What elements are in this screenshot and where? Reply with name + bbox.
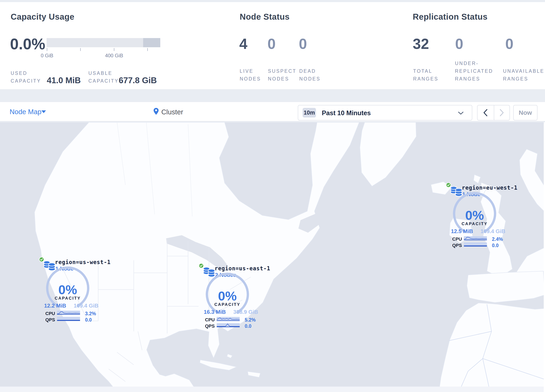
- region-marker-us-west-1[interactable]: region=us-west-1 1 Node 0% CAPACITY 12.2…: [39, 257, 104, 324]
- cpu-sparkline: [57, 311, 80, 315]
- capacity-total-value: 169.4 GiB: [70, 303, 99, 309]
- axis-tick: [147, 48, 148, 51]
- capacity-bar: [47, 38, 160, 47]
- usable-capacity-label: USABLE CAPACITY: [88, 69, 119, 85]
- map-right-edge: [544, 122, 545, 392]
- time-step-next-button[interactable]: [494, 105, 509, 120]
- node-status-title: Node Status: [240, 12, 290, 22]
- replication-status-panel: Replication Status 32 0 0 TOTAL RANGES U…: [403, 2, 545, 89]
- capacity-total-value: 338.9 GiB: [230, 309, 258, 315]
- cpu-value: 2.4%: [492, 236, 503, 242]
- breadcrumb-label: Cluster: [161, 108, 183, 116]
- view-selector-dropdown[interactable]: Node Map: [10, 107, 51, 117]
- qps-sparkline: [464, 242, 487, 247]
- qps-sparkline: [57, 317, 80, 321]
- under-replicated-ranges-count: 0: [455, 36, 463, 52]
- capacity-gauge-percent: 0%: [211, 288, 244, 303]
- capacity-gauge-percent: 0%: [51, 282, 84, 297]
- capacity-gauge-label: CAPACITY: [47, 296, 89, 301]
- qps-value: 0.0: [85, 317, 92, 323]
- cpu-label: CPU: [452, 236, 462, 242]
- qps-value: 0.0: [245, 324, 251, 329]
- region-marker-us-east-1[interactable]: region=us-east-1 2 Nodes 0% CAPACITY 16.…: [199, 263, 264, 330]
- suspect-nodes-label: SUSPECT NODES: [268, 67, 297, 83]
- landmass-iberia: [467, 271, 545, 303]
- node-status-panel: Node Status 4 0 0 LIVE NODES SUSPECT NOD…: [230, 2, 403, 89]
- chevron-left-icon: [483, 109, 488, 116]
- capacity-axis: 0 GiB 400 GiB: [47, 48, 160, 61]
- used-capacity-label: USED CAPACITY: [11, 69, 41, 85]
- suspect-nodes-count: 0: [267, 36, 276, 52]
- map-toolbar: Node Map Cluster 10m Past 10 Minutes N: [0, 102, 545, 121]
- axis-tick-label-0: 0 GiB: [41, 53, 53, 59]
- cpu-sparkline: [464, 236, 487, 240]
- cpu-value: 5.2%: [245, 317, 256, 323]
- capacity-used-value: 12.2 MiB: [44, 303, 66, 309]
- qps-label: QPS: [452, 243, 462, 248]
- axis-tick: [114, 48, 114, 51]
- qps-value: 0.0: [492, 243, 499, 248]
- region-title: region=us-west-1: [55, 259, 111, 265]
- live-nodes-count: 4: [239, 36, 248, 52]
- cpu-sparkline: [217, 317, 240, 321]
- region-title: region=us-east-1: [215, 265, 270, 272]
- live-nodes-label: LIVE NODES: [240, 67, 261, 83]
- region-title: region=eu-west-1: [462, 185, 517, 191]
- chevron-down-icon: [41, 110, 46, 113]
- under-replicated-ranges-label: UNDER- REPLICATED RANGES: [455, 60, 493, 83]
- capacity-usage-panel: Capacity Usage 0.0% 0 GiB 400 GiB USED C…: [0, 2, 230, 89]
- axis-tick: [80, 48, 81, 51]
- capacity-used-percent: 0.0%: [10, 35, 45, 53]
- cluster-summary-bar: Capacity Usage 0.0% 0 GiB 400 GiB USED C…: [0, 2, 545, 89]
- time-step-buttons: [477, 105, 510, 120]
- region-marker-eu-west-1[interactable]: region=eu-west-1 1 Node 0% CAPACITY 12.5…: [446, 182, 511, 249]
- usable-capacity-value: 677.8 GiB: [119, 76, 157, 85]
- axis-tick-label-400: 400 GiB: [105, 53, 123, 59]
- cpu-value: 3.2%: [85, 311, 96, 317]
- qps-label: QPS: [205, 324, 215, 329]
- unavailable-ranges-label: UNAVAILABLE RANGES: [503, 67, 544, 83]
- capacity-usage-title: Capacity Usage: [11, 12, 74, 22]
- capacity-bar-reserved-segment: [143, 38, 160, 47]
- qps-sparkline: [217, 323, 240, 327]
- unavailable-ranges-count: 0: [505, 36, 514, 52]
- axis-tick: [47, 48, 47, 51]
- location-pin-icon: [154, 108, 159, 115]
- cpu-label: CPU: [45, 311, 55, 316]
- replication-status-title: Replication Status: [413, 12, 488, 22]
- time-range-selector[interactable]: 10m Past 10 Minutes: [298, 105, 472, 120]
- map-bottom-strip: [0, 386, 545, 392]
- capacity-total-value: 169.4 GiB: [477, 228, 505, 235]
- time-range-badge: 10m: [303, 108, 316, 118]
- capacity-gauge-label: CAPACITY: [454, 221, 495, 226]
- breadcrumb[interactable]: Cluster: [154, 106, 199, 117]
- now-button[interactable]: Now: [513, 105, 538, 120]
- total-ranges-label: TOTAL RANGES: [413, 67, 438, 83]
- time-range-label: Past 10 Minutes: [322, 109, 371, 117]
- total-ranges-count: 32: [413, 36, 429, 52]
- capacity-gauge-percent: 0%: [458, 208, 491, 223]
- capacity-used-value: 12.5 MiB: [451, 228, 473, 235]
- dead-nodes-label: DEAD NODES: [299, 67, 321, 83]
- cpu-label: CPU: [205, 317, 215, 323]
- dead-nodes-count: 0: [299, 36, 307, 52]
- view-selector-label: Node Map: [10, 108, 41, 116]
- used-capacity-value: 41.0 MiB: [47, 76, 81, 85]
- capacity-used-value: 16.3 MiB: [204, 309, 226, 315]
- capacity-gauge-label: CAPACITY: [206, 302, 248, 307]
- chevron-right-icon: [500, 109, 504, 116]
- time-step-prev-button[interactable]: [477, 105, 494, 120]
- chevron-down-icon: [458, 112, 464, 115]
- qps-label: QPS: [45, 317, 55, 323]
